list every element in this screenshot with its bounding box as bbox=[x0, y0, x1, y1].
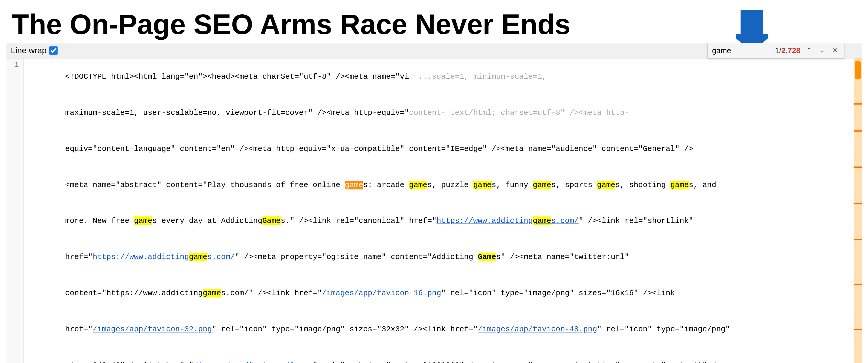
line-text-1h: href="/images/app/favicon-32.png" rel="i… bbox=[24, 311, 851, 347]
page-title: The On-Page SEO Arms Race Never Ends bbox=[12, 9, 570, 40]
line-number-empty2 bbox=[6, 130, 24, 167]
search-total: 2,728 bbox=[781, 46, 800, 55]
linewrap-checkbox[interactable] bbox=[50, 46, 58, 55]
line-text-1b: maximum-scale=1, user-scalable=no, viewp… bbox=[24, 94, 851, 130]
code-line-1f: href="https://www.addictinggames.com/" /… bbox=[6, 239, 851, 275]
line-text-1e: more. New free games every day at Addict… bbox=[24, 203, 851, 239]
scrollbar-track bbox=[854, 59, 862, 363]
search-bar: 1/2,728 ⌃ ⌄ ✕ bbox=[708, 43, 844, 59]
search-close-button[interactable]: ✕ bbox=[830, 46, 840, 55]
line-number-empty3 bbox=[6, 167, 24, 203]
line-text-1c: equiv="content-language" content="en" />… bbox=[24, 130, 851, 167]
code-line-1c: equiv="content-language" content="en" />… bbox=[6, 130, 851, 167]
scrollbar-thumb[interactable] bbox=[855, 61, 861, 79]
line-number-empty4 bbox=[6, 203, 24, 239]
tick-mark bbox=[854, 284, 862, 285]
code-content: 1 <!DOCTYPE html><html lang="en"><head><… bbox=[6, 59, 862, 363]
code-line-1d: <meta name="abstract" content="Play thou… bbox=[6, 167, 851, 203]
tick-mark bbox=[854, 329, 862, 330]
search-prev-button[interactable]: ⌃ bbox=[805, 46, 813, 55]
line-number-empty8 bbox=[6, 347, 24, 363]
line-text-1i: sizes="48x48" /><link href="/images/app/… bbox=[24, 347, 851, 363]
code-line-1: 1 <!DOCTYPE html><html lang="en"><head><… bbox=[6, 59, 851, 95]
code-line-1h: href="/images/app/favicon-32.png" rel="i… bbox=[6, 311, 851, 347]
code-line-1g: content="https://www.addictinggames.com/… bbox=[6, 275, 851, 311]
right-scrollbar[interactable] bbox=[854, 59, 862, 363]
tick-mark bbox=[854, 203, 862, 204]
linewrap-label: Line wrap bbox=[11, 46, 46, 55]
title-section: The On-Page SEO Arms Race Never Ends bbox=[0, 0, 868, 43]
search-input[interactable] bbox=[712, 46, 771, 55]
line-number-empty6 bbox=[6, 275, 24, 311]
search-count: 1/2,728 bbox=[775, 46, 800, 55]
line-text-1g: content="https://www.addictinggames.com/… bbox=[24, 275, 851, 311]
line-text-1: <!DOCTYPE html><html lang="en"><head><me… bbox=[24, 59, 851, 95]
code-line-1b: maximum-scale=1, user-scalable=no, viewp… bbox=[6, 94, 851, 130]
line-number-empty bbox=[6, 94, 24, 130]
line-number-empty5 bbox=[6, 239, 24, 275]
tick-mark bbox=[854, 239, 862, 240]
search-next-button[interactable]: ⌄ bbox=[817, 46, 826, 55]
code-viewer: Line wrap 1/2,728 ⌃ ⌄ ✕ bbox=[6, 43, 862, 363]
line-text-1d: <meta name="abstract" content="Play thou… bbox=[24, 167, 851, 203]
search-current: 1/ bbox=[775, 46, 781, 55]
tick-mark bbox=[854, 103, 862, 104]
line-number-empty7 bbox=[6, 311, 24, 347]
tick-mark bbox=[854, 167, 862, 168]
code-line-1e: more. New free games every day at Addict… bbox=[6, 203, 851, 239]
line-text-1f: href="https://www.addictinggames.com/" /… bbox=[24, 239, 851, 275]
code-line-1i: sizes="48x48" /><link href="/images/app/… bbox=[6, 347, 851, 363]
line-number-1: 1 bbox=[6, 59, 24, 95]
tick-mark bbox=[854, 130, 862, 132]
